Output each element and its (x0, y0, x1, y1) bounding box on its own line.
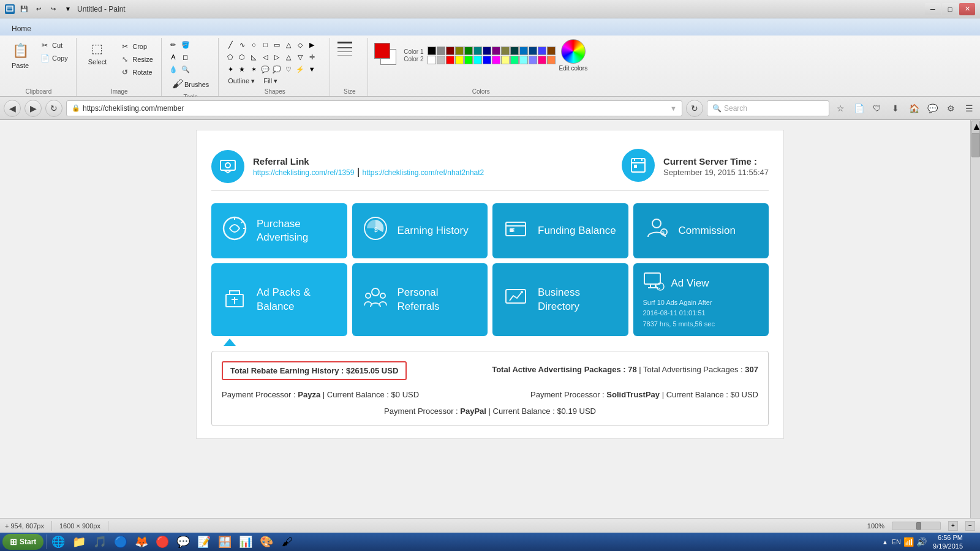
address-bar[interactable]: 🔒 https://cheklisting.com/member ▼ (66, 100, 682, 116)
shape-star5[interactable]: ★ (236, 64, 247, 75)
taskbar-word-button[interactable]: 📝 (195, 534, 213, 550)
fill-tool[interactable]: 🪣 (180, 39, 191, 50)
shape-curve[interactable]: ∿ (236, 39, 247, 50)
swatch-white[interactable] (428, 56, 436, 64)
go-button[interactable]: ↻ (686, 100, 703, 117)
downloads-button[interactable]: ⬇ (888, 101, 903, 116)
dropdown-quickbtn[interactable]: ▼ (62, 4, 74, 15)
zoom-in-button[interactable]: + (948, 521, 958, 531)
swatch-lightgreen[interactable] (510, 56, 519, 64)
card-ad-packs-balance[interactable]: Ad Packs & Balance (211, 263, 347, 336)
ribbon-tab-home[interactable]: Home (2, 21, 40, 36)
card-commission[interactable]: $ Commission (633, 203, 769, 258)
color1-swatch[interactable] (374, 43, 390, 59)
taskbar-excel-button[interactable]: 📊 (236, 534, 255, 550)
shape-star6[interactable]: ✶ (248, 64, 259, 75)
taskbar-chrome-button[interactable]: 🔵 (111, 534, 130, 550)
swatch-blue2[interactable] (483, 56, 491, 64)
shape-arrow-more[interactable]: ▶ (306, 39, 317, 50)
picker-tool[interactable]: 💧 (168, 64, 179, 75)
shape-left-arrow[interactable]: ◁ (260, 51, 271, 62)
taskbar-paint-button[interactable]: 🖌 (278, 534, 296, 550)
settings-button[interactable]: ⚙ (943, 101, 958, 116)
rotate-button[interactable]: ↺ Rotate (117, 66, 156, 78)
swatch-purple[interactable] (492, 47, 500, 55)
back-button[interactable]: ◀ (4, 100, 21, 117)
save-quickbtn[interactable]: 💾 (18, 4, 29, 15)
shape-callout1[interactable]: 💬 (260, 64, 271, 75)
swatch-silver[interactable] (437, 56, 445, 64)
shapes-more[interactable]: ▼ (306, 64, 317, 75)
shape-rect[interactable]: □ (260, 39, 271, 50)
shape-roundrect[interactable]: ▭ (271, 39, 282, 50)
shape-oval[interactable]: ○ (248, 39, 259, 50)
reading-view-button[interactable]: 📄 (851, 101, 866, 116)
select-button[interactable]: ⬚ Select (83, 39, 113, 67)
show-desktop-button[interactable] (969, 533, 973, 551)
card-earning-history[interactable]: $ Earning History (352, 203, 488, 258)
clock[interactable]: 6:56 PM 9/19/2015 (929, 533, 967, 551)
maximize-button[interactable]: □ (942, 3, 958, 15)
paste-button[interactable]: 📋 Paste (6, 39, 34, 71)
shape-star4[interactable]: ✦ (225, 64, 236, 75)
taskbar-opera-button[interactable]: 🔴 (153, 534, 172, 550)
minimize-button[interactable]: ─ (925, 3, 941, 15)
swatch-darkblue[interactable] (483, 47, 491, 55)
fill-button[interactable]: Fill ▾ (260, 76, 281, 86)
swatch-navyblue[interactable] (529, 47, 537, 55)
shape-up-arrow[interactable]: △ (283, 51, 294, 62)
menu-button[interactable]: ☰ (962, 101, 976, 116)
forward-button[interactable]: ▶ (24, 100, 42, 117)
tray-show-button[interactable]: ▲ (881, 538, 889, 547)
card-ad-view[interactable]: Ad View Surf 10 Ads Again After 2016-08-… (633, 263, 769, 336)
taskbar-media-button[interactable]: 🎵 (91, 534, 109, 550)
card-purchase-advertising[interactable]: Purchase Advertising (211, 203, 347, 258)
swatch-lightblue[interactable] (529, 56, 537, 64)
redo-quickbtn[interactable]: ↪ (48, 4, 59, 15)
taskbar-firefox-button[interactable]: 🦊 (132, 534, 151, 550)
pencil-tool[interactable]: ✏ (168, 39, 179, 50)
swatch-blue[interactable] (519, 47, 528, 55)
shape-down-arrow[interactable]: ▽ (295, 51, 306, 62)
swatch-cyan[interactable] (473, 56, 482, 64)
swatch-orange[interactable] (547, 56, 556, 64)
v-scroll-thumb[interactable] (971, 133, 980, 157)
swatch-indigo[interactable] (538, 47, 546, 55)
shape-right-tri[interactable]: ◺ (248, 51, 259, 62)
favorites-button[interactable]: 🛡 (870, 101, 884, 116)
close-button[interactable]: ✕ (959, 3, 975, 15)
zoom-thumb[interactable] (916, 522, 921, 530)
shape-pentagon[interactable]: ⬠ (225, 51, 236, 62)
search-bar[interactable]: 🔍 Search (707, 100, 829, 116)
outline-button[interactable]: Outline ▾ (225, 76, 258, 86)
dropdown-arrow[interactable]: ▼ (670, 105, 677, 112)
card-personal-referrals[interactable]: Personal Referrals (352, 263, 488, 336)
magnify-tool[interactable]: 🔍 (180, 64, 191, 75)
swatch-brown[interactable] (547, 47, 556, 55)
feedback-button[interactable]: 💬 (925, 101, 940, 116)
cut-button[interactable]: ✂ Cut (37, 39, 71, 51)
swatch-teal[interactable] (473, 47, 482, 55)
referral-link2[interactable]: https://cheklisting.com/ref/nhat2nhat2 (362, 168, 484, 177)
taskbar-win-button[interactable]: 🪟 (216, 534, 234, 550)
shape-callout2[interactable]: 💭 (271, 64, 282, 75)
eraser-tool[interactable]: ◻ (180, 51, 191, 62)
shape-line[interactable]: ╱ (225, 39, 236, 50)
shape-diamond[interactable]: ◇ (295, 39, 306, 50)
copy-button[interactable]: 📄 Copy (37, 52, 71, 64)
tray-network-icon[interactable]: 📶 (903, 537, 914, 547)
edit-colors-button[interactable]: Edit colors (559, 65, 588, 72)
shape-4way[interactable]: ✛ (306, 51, 317, 62)
card-business-directory[interactable]: Business Directory (492, 263, 628, 336)
swatch-darkyellow[interactable] (501, 47, 510, 55)
shape-triangle[interactable]: △ (283, 39, 294, 50)
bookmark-star-button[interactable]: ☆ (833, 101, 848, 116)
swatch-red[interactable] (446, 56, 454, 64)
taskbar-img-button[interactable]: 🎨 (257, 534, 276, 550)
zoom-slider[interactable] (892, 522, 941, 530)
start-button[interactable]: ⊞ Start (2, 534, 43, 550)
refresh-button[interactable]: ↻ (45, 100, 62, 117)
swatch-darkteal[interactable] (510, 47, 519, 55)
card-funding-balance[interactable]: $ Funding Balance (492, 203, 628, 258)
undo-quickbtn[interactable]: ↩ (33, 4, 44, 15)
